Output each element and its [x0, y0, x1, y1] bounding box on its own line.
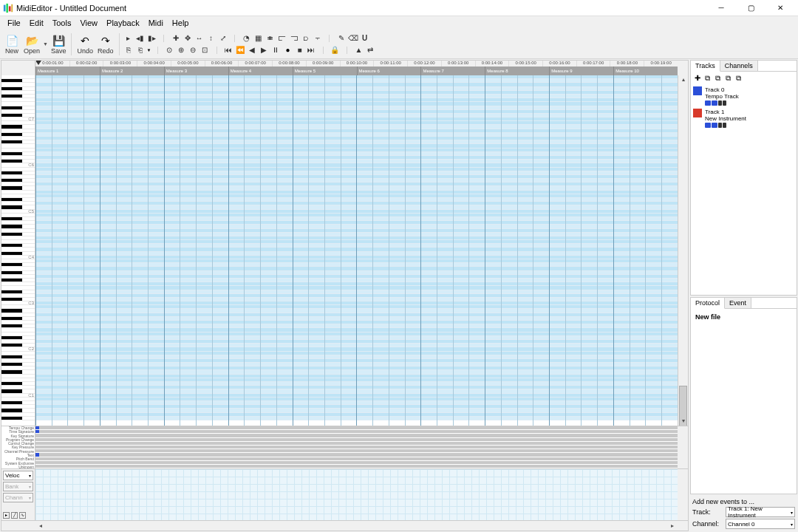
track-select[interactable]: Track 1: New Instrument▾ — [726, 507, 795, 517]
skip-start-icon[interactable]: ⏮ — [223, 45, 233, 55]
align-right-icon[interactable]: ⫐ — [301, 33, 311, 44]
resize-v-icon[interactable]: ↕ — [206, 33, 216, 44]
resize-both-icon[interactable]: ⤢ — [218, 33, 228, 44]
menu-view[interactable]: View — [75, 18, 102, 28]
pause-icon[interactable]: ⏸ — [270, 45, 281, 55]
metronome-icon[interactable]: ▲ — [353, 45, 364, 55]
time-label: 0:00:14:00 — [475, 61, 509, 66]
vertical-scrollbar[interactable]: ▴ ▾ — [678, 75, 688, 426]
skip-end-icon[interactable]: ⏭ — [306, 45, 316, 55]
track-status-icon[interactable] — [718, 123, 722, 128]
align-left-icon[interactable]: ⫍ — [277, 33, 287, 44]
track-status-icon[interactable] — [705, 100, 711, 106]
event-lane[interactable] — [35, 465, 678, 468]
scroll-right-icon[interactable]: ▸ — [667, 521, 678, 531]
tab-tracks[interactable]: Tracks — [691, 61, 720, 72]
event-lanes[interactable] — [35, 426, 678, 468]
vel-tool-select-icon[interactable]: ▸ — [3, 512, 10, 519]
add-track-icon[interactable]: ✚ — [693, 74, 701, 82]
record-icon[interactable]: ● — [282, 45, 293, 55]
copy-icon[interactable]: ⎘ — [123, 45, 134, 55]
stop-icon[interactable]: ■ — [294, 45, 304, 55]
zoom-v-icon[interactable]: ⊖ — [188, 45, 198, 55]
menu-playback[interactable]: Playback — [102, 18, 144, 28]
zoom-reset-icon[interactable]: ⊙ — [164, 45, 174, 55]
pen-tool-icon[interactable]: ✎ — [336, 33, 347, 44]
quantize-icon[interactable]: ⩩ — [265, 33, 276, 44]
track-status-icon[interactable] — [723, 100, 726, 106]
track-tool1-icon[interactable]: ⧉ — [703, 74, 712, 82]
velocity-grid[interactable] — [35, 469, 678, 520]
tab-channels[interactable]: Channels — [720, 61, 758, 71]
horizontal-scrollbar[interactable]: ◂ ▸ — [1, 520, 688, 531]
track-instrument: Tempo Track — [705, 93, 794, 100]
zoom-h-icon[interactable]: ⊕ — [176, 45, 186, 55]
timeline-ruler[interactable]: 0:00:01:000:00:02:000:00:03:000:00:04:00… — [35, 61, 678, 75]
lock-icon[interactable]: 🔒 — [330, 45, 340, 55]
equalize-icon[interactable]: ⫟ — [313, 33, 323, 44]
select-right-icon[interactable]: ▮▸ — [147, 33, 157, 44]
select-left-icon[interactable]: ◂▮ — [135, 33, 146, 44]
track-status-icon[interactable] — [718, 100, 722, 106]
time-label: 0:00:01:00 — [35, 61, 69, 66]
vel-tool-line-icon[interactable]: ╱ — [11, 512, 18, 519]
rewind-icon[interactable]: ⏪ — [235, 45, 245, 55]
scroll-up-icon[interactable]: ▴ — [678, 75, 688, 84]
resize-h-icon[interactable]: ↔ — [194, 33, 205, 44]
scroll-left-icon[interactable]: ◂ — [35, 521, 46, 531]
channel-select[interactable]: Channel 0▾ — [726, 519, 795, 529]
measure-label: Measure 6 — [357, 66, 421, 75]
save-button[interactable]: 💾 Save — [50, 34, 68, 55]
track-tool4-icon[interactable]: ⧉ — [734, 74, 743, 82]
velocity-controls: Veloc▾ Bank▾ Chann▾ ▸ ╱ ∿ — [1, 469, 35, 520]
open-button[interactable]: 📂 Open — [22, 34, 41, 55]
tab-event[interactable]: Event — [725, 298, 751, 308]
align-center-icon[interactable]: ⫎ — [289, 33, 299, 44]
play-icon[interactable]: ▶ — [259, 45, 269, 55]
sep: | — [318, 45, 328, 55]
piano-keyboard[interactable]: C7C6C5C4C3C2C1 — [1, 75, 35, 426]
maximize-button[interactable]: ▢ — [736, 0, 765, 16]
velocity-selector[interactable]: Veloc▾ — [3, 471, 33, 480]
track-item[interactable]: Track 1New Instrument — [693, 107, 794, 129]
add-events-heading: Add new events to ... — [692, 498, 795, 505]
track-status-icon[interactable] — [712, 123, 717, 128]
minimize-button[interactable]: ─ — [706, 0, 736, 16]
zoom-fit-icon[interactable]: ⊡ — [200, 45, 210, 55]
paste-icon[interactable]: ⎗ — [135, 45, 146, 55]
undo-button[interactable]: ↶ Undo — [75, 34, 95, 55]
tab-protocol[interactable]: Protocol — [691, 298, 725, 309]
menu-tools[interactable]: Tools — [48, 18, 76, 28]
magnet-tool-icon[interactable]: U — [360, 33, 370, 44]
menu-midi[interactable]: Midi — [144, 18, 168, 28]
measure-label: Measure 10 — [613, 66, 678, 75]
selection-tool-icon[interactable]: ▸ — [123, 33, 134, 44]
thru-icon[interactable]: ⇄ — [365, 45, 375, 55]
track-status-icon[interactable] — [712, 100, 717, 106]
track-status-icon[interactable] — [723, 123, 726, 128]
menu-edit[interactable]: Edit — [25, 18, 48, 28]
close-button[interactable]: ✕ — [765, 0, 795, 16]
prev-icon[interactable]: ◀ — [247, 45, 257, 55]
channel-selector[interactable]: Chann▾ — [3, 493, 33, 502]
eraser-tool-icon[interactable]: ⌫ — [348, 33, 358, 44]
tool-piano-icon[interactable]: ▦ — [253, 33, 264, 44]
note-grid[interactable] — [35, 75, 678, 426]
menu-help[interactable]: Help — [168, 18, 194, 28]
track-tool2-icon[interactable]: ⧉ — [714, 74, 722, 82]
redo-button[interactable]: ↷ Redo — [96, 34, 115, 55]
svg-rect-3 — [11, 4, 13, 12]
tool-metronome-icon[interactable]: ◔ — [242, 33, 252, 44]
create-note-icon[interactable]: ✚ — [171, 33, 181, 44]
vel-tool-free-icon[interactable]: ∿ — [19, 512, 26, 519]
bank-selector[interactable]: Bank▾ — [3, 482, 33, 491]
open-dropdown[interactable]: ▼ — [43, 41, 48, 47]
menu-file[interactable]: File — [3, 18, 25, 28]
track-item[interactable]: Track 0Tempo Track — [693, 85, 794, 107]
move-tool-icon[interactable]: ✥ — [183, 33, 193, 44]
track-status-icon[interactable] — [705, 123, 711, 128]
scroll-down-icon[interactable]: ▾ — [678, 417, 688, 426]
new-button[interactable]: 📄 New — [3, 34, 21, 55]
track-tool3-icon[interactable]: ⧉ — [724, 74, 732, 82]
paste-dropdown-icon[interactable]: ▼ — [147, 48, 151, 52]
